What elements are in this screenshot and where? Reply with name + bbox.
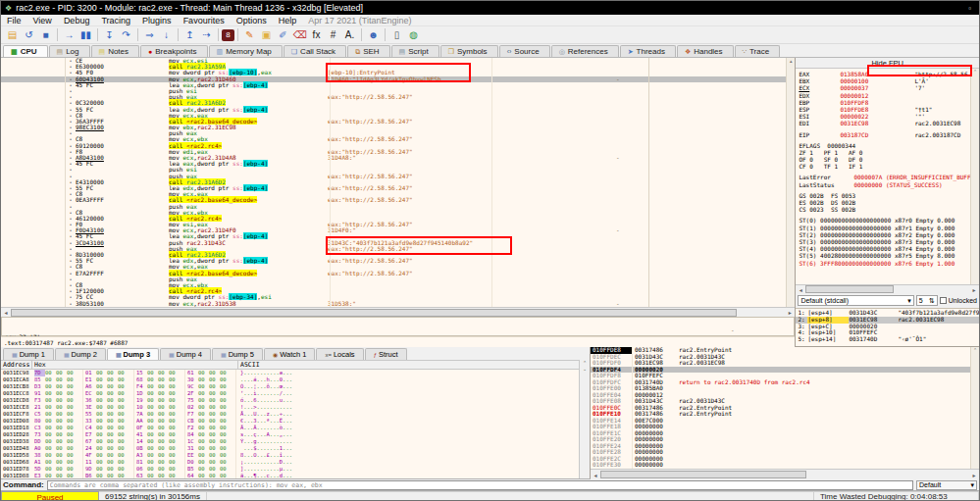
user-icon[interactable]: ☻ <box>365 27 382 42</box>
register-row[interactable]: ECX00000037'7' <box>799 84 970 91</box>
disassembly-hscrollbar[interactable]: ◂ ▸ <box>1 307 795 317</box>
tab-script[interactable]: ▤Script <box>391 45 439 57</box>
scroll-left-icon[interactable]: ◂ <box>591 472 600 478</box>
dump-tab-dump-5[interactable]: ▦Dump 5 <box>212 348 263 360</box>
pause-icon[interactable]: ▮▮ <box>77 27 94 42</box>
menu-help[interactable]: Help <box>273 16 303 25</box>
breakpoint-dot[interactable]: • <box>66 301 76 307</box>
dump-row[interactable]: 0031ED48A0000000240000000B00000031000000… <box>1 445 579 452</box>
register-row[interactable]: OF 0 SF 0 DF 0 <box>799 156 970 163</box>
window-control[interactable]: ▫ <box>968 4 975 13</box>
step-over-icon[interactable]: ↷ <box>118 27 134 42</box>
menu-view[interactable]: View <box>27 16 58 25</box>
step-into-icon[interactable]: ↧ <box>101 27 118 42</box>
dump-row[interactable]: 0031ED088000000033000000AA000000CB000000… <box>1 418 579 425</box>
globe-icon[interactable]: ◍ <box>405 27 422 42</box>
tab-symbols[interactable]: ❒Symbols <box>440 45 498 57</box>
register-row[interactable]: ZF 1 PF 1 AF 0 <box>799 149 970 156</box>
scroll-thumb[interactable] <box>600 471 806 478</box>
registers-hscrollbar[interactable]: ◂ ▸ <box>796 284 979 293</box>
dump-row[interactable]: 0031ED2873000000E70000004100000084000000… <box>1 431 579 438</box>
stack-row[interactable]: 010FFE3000000000 <box>591 462 970 469</box>
restart-icon[interactable]: ↺ <box>21 27 37 42</box>
hide-fpu-button[interactable]: Hide FPU <box>796 58 979 69</box>
scroll-left-icon[interactable]: ◂ <box>1 309 11 316</box>
dump-row[interactable]: 0031ECB8D3000000A6000000F40000009C000000… <box>1 383 579 390</box>
eraser-icon[interactable]: ⌫ <box>291 27 308 42</box>
dump-tab-dump-1[interactable]: ▦Dump 1 <box>3 348 54 360</box>
dump-row[interactable]: 0031ED18C3000000C40000000F000000F2000000… <box>1 425 579 431</box>
dump-row[interactable]: 0031ECE8210000003E0000001000000002000000… <box>1 404 579 411</box>
register-row[interactable]: ST(3) 00000000000000000000 x87r3 Empty 0… <box>799 238 970 245</box>
tab-log[interactable]: ▤Log <box>49 45 90 57</box>
register-row[interactable]: EDX00000012 <box>799 92 970 99</box>
step-out-icon[interactable]: ↥ <box>181 27 198 42</box>
stack-hscrollbar[interactable]: ◂ ▸ <box>591 469 979 479</box>
register-row[interactable]: EAX013858A0"http://2.58.56.247" <box>799 71 970 77</box>
run-icon[interactable]: → <box>61 27 77 42</box>
dump-row[interactable]: 0031ECA885000000E10000006800000030000000… <box>1 376 579 383</box>
disasm-row[interactable]: •38D53100mov ecx,rac2.31D53831D538:"- <box>1 301 795 307</box>
tab-notes[interactable]: ▤Notes <box>91 45 140 57</box>
dump-row[interactable]: 0031ED88E3000000B60000006300000064000000… <box>1 473 579 478</box>
command-syntax-select[interactable]: Default▾ <box>916 480 977 490</box>
menu-plugins[interactable]: Plugins <box>136 16 178 25</box>
font-icon[interactable]: A. <box>341 27 358 42</box>
menu-options[interactable]: Options <box>231 16 273 25</box>
unlocked-checkbox[interactable]: Unlocked <box>940 297 977 304</box>
skip-next-icon[interactable]: ⇢ <box>198 27 215 42</box>
scroll-left-icon[interactable]: ◂ <box>796 286 805 293</box>
tab-handles[interactable]: ❖Handles <box>677 45 734 57</box>
scroll-right-icon[interactable]: ▸ <box>969 472 979 478</box>
fx-expression-icon[interactable]: fx <box>308 27 325 42</box>
dump-row[interactable]: 0031ECD8F3000000360000001900000075000000… <box>1 397 579 404</box>
dump-tab-struct[interactable]: ƒStruct <box>365 348 407 360</box>
memory-chip-icon[interactable]: ▯ <box>388 27 405 42</box>
tab-memory-map[interactable]: ▥Memory Map <box>209 45 283 57</box>
register-row[interactable]: ESI00000022'"' <box>799 113 970 120</box>
tab-seh[interactable]: ⧉SEH <box>347 45 389 57</box>
tab-call-stack[interactable]: ❏Call Stack <box>284 45 346 57</box>
tab-cpu[interactable]: ▦CPU <box>3 45 48 57</box>
tab-threads[interactable]: ➤Threads <box>620 45 676 57</box>
register-row[interactable]: LastStatus00000000 (STATUS_SUCCESS) <box>799 181 970 188</box>
tab-breakpoints[interactable]: ●Breakpoints <box>140 45 207 57</box>
register-row[interactable]: CS 0023 SS 002B <box>799 206 970 213</box>
register-row[interactable]: LastError0000007A (ERROR_INSUFFICIENT_BU… <box>799 174 970 180</box>
register-row[interactable]: EIP003187CDrac2.003187CD <box>799 131 970 138</box>
menu-debug[interactable]: Debug <box>58 16 96 25</box>
register-row[interactable]: ST(1) 00000000000000000000 x87r1 Empty 0… <box>799 225 970 231</box>
open-file-icon[interactable]: ▤ <box>4 27 21 42</box>
dump-row[interactable]: 0031ED785D0000009D00000006000000B5000000… <box>1 466 579 473</box>
dump-tab-dump-4[interactable]: ▦Dump 4 <box>160 348 211 360</box>
dump-row[interactable]: 0031ECF8C5000000550000007A000000F7000000… <box>1 411 579 418</box>
scroll-right-icon[interactable]: ▸ <box>785 309 795 316</box>
scroll-thumb[interactable] <box>805 285 894 293</box>
assemble-icon[interactable]: ✐ <box>275 27 291 42</box>
register-row[interactable]: EBX00000100L'Ā' <box>799 77 970 84</box>
arg-count-stepper[interactable]: 5⇅ <box>916 295 938 306</box>
menu-file[interactable]: File <box>1 16 27 25</box>
stop-icon[interactable]: ■ <box>37 27 54 42</box>
patch-pencil-icon[interactable]: ✎ <box>241 27 258 42</box>
dump-tab-watch-1[interactable]: ◉Watch 1 <box>264 348 315 360</box>
register-row[interactable]: EBP010FFDF8 <box>799 99 970 106</box>
register-row[interactable]: EDI0031EC98rac2.0031EC98 <box>799 120 970 126</box>
run-to-selection-icon[interactable]: ⇒ <box>141 27 158 42</box>
scroll-right-icon[interactable]: ▸ <box>969 286 979 293</box>
register-row[interactable]: ST(0) 00000000000000000000 x87r0 Empty 0… <box>799 217 970 224</box>
register-row[interactable]: ST(6) 3FFF8000000000000000 x87r6 Empty 1… <box>799 260 970 267</box>
register-row[interactable]: ST(5) 40028000000000000000 x87r5 Empty 8… <box>799 252 970 259</box>
dump-row[interactable]: 0031EC987D000000010000001500000061000000… <box>1 370 579 376</box>
register-row[interactable]: GS 002B FS 0053 <box>799 192 970 199</box>
exception-8ball-icon[interactable]: 8 <box>222 29 234 41</box>
menu-favourites[interactable]: Favourites <box>178 16 231 25</box>
argument-row[interactable]: 5:[esp+14]0031740D"‹ø'¯Ô1" <box>796 336 979 343</box>
command-input[interactable] <box>47 480 913 490</box>
scroll-thumb[interactable] <box>11 309 737 317</box>
dump-row[interactable]: 0031ED68A10000001100000081000000D0000000… <box>1 459 579 466</box>
dump-tab-locals[interactable]: x=Locals <box>316 348 363 360</box>
dump-row[interactable]: 0031ECC891000000EC0000001D0000002F000000… <box>1 390 579 397</box>
stack-vscrollbar[interactable]: ⌃ <box>970 347 979 469</box>
dump-tab-dump-3[interactable]: ▦Dump 3 <box>107 348 159 360</box>
